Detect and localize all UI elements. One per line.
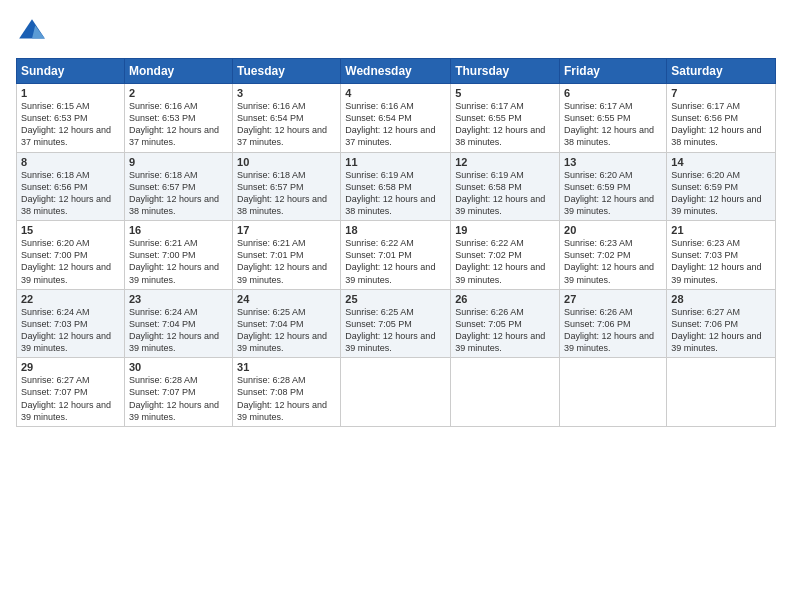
day-number: 5 xyxy=(455,87,555,99)
cell-text: Sunrise: 6:18 AMSunset: 6:57 PMDaylight:… xyxy=(237,170,327,216)
cell-text: Sunrise: 6:17 AMSunset: 6:55 PMDaylight:… xyxy=(564,101,654,147)
calendar-cell: 20Sunrise: 6:23 AMSunset: 7:02 PMDayligh… xyxy=(560,221,667,290)
calendar-cell: 30Sunrise: 6:28 AMSunset: 7:07 PMDayligh… xyxy=(124,358,232,427)
cell-text: Sunrise: 6:16 AMSunset: 6:54 PMDaylight:… xyxy=(237,101,327,147)
calendar-day-header: Sunday xyxy=(17,59,125,84)
cell-text: Sunrise: 6:16 AMSunset: 6:54 PMDaylight:… xyxy=(345,101,435,147)
day-number: 9 xyxy=(129,156,228,168)
calendar-cell: 15Sunrise: 6:20 AMSunset: 7:00 PMDayligh… xyxy=(17,221,125,290)
cell-text: Sunrise: 6:19 AMSunset: 6:58 PMDaylight:… xyxy=(455,170,545,216)
day-number: 19 xyxy=(455,224,555,236)
calendar-cell: 27Sunrise: 6:26 AMSunset: 7:06 PMDayligh… xyxy=(560,289,667,358)
day-number: 30 xyxy=(129,361,228,373)
page: SundayMondayTuesdayWednesdayThursdayFrid… xyxy=(0,0,792,612)
calendar-day-header: Friday xyxy=(560,59,667,84)
header xyxy=(16,16,776,48)
cell-text: Sunrise: 6:28 AMSunset: 7:07 PMDaylight:… xyxy=(129,375,219,421)
calendar-cell xyxy=(667,358,776,427)
cell-text: Sunrise: 6:25 AMSunset: 7:04 PMDaylight:… xyxy=(237,307,327,353)
calendar-cell: 14Sunrise: 6:20 AMSunset: 6:59 PMDayligh… xyxy=(667,152,776,221)
day-number: 23 xyxy=(129,293,228,305)
day-number: 27 xyxy=(564,293,662,305)
cell-text: Sunrise: 6:24 AMSunset: 7:03 PMDaylight:… xyxy=(21,307,111,353)
cell-text: Sunrise: 6:22 AMSunset: 7:01 PMDaylight:… xyxy=(345,238,435,284)
calendar-week-row: 22Sunrise: 6:24 AMSunset: 7:03 PMDayligh… xyxy=(17,289,776,358)
calendar-cell xyxy=(560,358,667,427)
day-number: 31 xyxy=(237,361,336,373)
calendar-cell: 29Sunrise: 6:27 AMSunset: 7:07 PMDayligh… xyxy=(17,358,125,427)
calendar-cell xyxy=(341,358,451,427)
calendar-cell: 11Sunrise: 6:19 AMSunset: 6:58 PMDayligh… xyxy=(341,152,451,221)
calendar-day-header: Monday xyxy=(124,59,232,84)
calendar-cell: 19Sunrise: 6:22 AMSunset: 7:02 PMDayligh… xyxy=(451,221,560,290)
cell-text: Sunrise: 6:26 AMSunset: 7:06 PMDaylight:… xyxy=(564,307,654,353)
calendar-cell: 13Sunrise: 6:20 AMSunset: 6:59 PMDayligh… xyxy=(560,152,667,221)
day-number: 25 xyxy=(345,293,446,305)
cell-text: Sunrise: 6:17 AMSunset: 6:55 PMDaylight:… xyxy=(455,101,545,147)
day-number: 6 xyxy=(564,87,662,99)
calendar-cell: 28Sunrise: 6:27 AMSunset: 7:06 PMDayligh… xyxy=(667,289,776,358)
day-number: 8 xyxy=(21,156,120,168)
day-number: 28 xyxy=(671,293,771,305)
day-number: 26 xyxy=(455,293,555,305)
day-number: 1 xyxy=(21,87,120,99)
cell-text: Sunrise: 6:27 AMSunset: 7:06 PMDaylight:… xyxy=(671,307,761,353)
calendar-cell: 10Sunrise: 6:18 AMSunset: 6:57 PMDayligh… xyxy=(233,152,341,221)
calendar-cell: 18Sunrise: 6:22 AMSunset: 7:01 PMDayligh… xyxy=(341,221,451,290)
cell-text: Sunrise: 6:21 AMSunset: 7:01 PMDaylight:… xyxy=(237,238,327,284)
cell-text: Sunrise: 6:17 AMSunset: 6:56 PMDaylight:… xyxy=(671,101,761,147)
day-number: 4 xyxy=(345,87,446,99)
cell-text: Sunrise: 6:18 AMSunset: 6:57 PMDaylight:… xyxy=(129,170,219,216)
calendar-cell: 4Sunrise: 6:16 AMSunset: 6:54 PMDaylight… xyxy=(341,84,451,153)
calendar-day-header: Wednesday xyxy=(341,59,451,84)
calendar-cell: 24Sunrise: 6:25 AMSunset: 7:04 PMDayligh… xyxy=(233,289,341,358)
day-number: 10 xyxy=(237,156,336,168)
day-number: 18 xyxy=(345,224,446,236)
cell-text: Sunrise: 6:27 AMSunset: 7:07 PMDaylight:… xyxy=(21,375,111,421)
logo xyxy=(16,16,52,48)
calendar-week-row: 29Sunrise: 6:27 AMSunset: 7:07 PMDayligh… xyxy=(17,358,776,427)
cell-text: Sunrise: 6:20 AMSunset: 7:00 PMDaylight:… xyxy=(21,238,111,284)
day-number: 3 xyxy=(237,87,336,99)
day-number: 11 xyxy=(345,156,446,168)
calendar-cell: 1Sunrise: 6:15 AMSunset: 6:53 PMDaylight… xyxy=(17,84,125,153)
calendar-week-row: 1Sunrise: 6:15 AMSunset: 6:53 PMDaylight… xyxy=(17,84,776,153)
cell-text: Sunrise: 6:15 AMSunset: 6:53 PMDaylight:… xyxy=(21,101,111,147)
day-number: 12 xyxy=(455,156,555,168)
calendar-cell: 12Sunrise: 6:19 AMSunset: 6:58 PMDayligh… xyxy=(451,152,560,221)
cell-text: Sunrise: 6:23 AMSunset: 7:02 PMDaylight:… xyxy=(564,238,654,284)
calendar-cell xyxy=(451,358,560,427)
cell-text: Sunrise: 6:19 AMSunset: 6:58 PMDaylight:… xyxy=(345,170,435,216)
cell-text: Sunrise: 6:22 AMSunset: 7:02 PMDaylight:… xyxy=(455,238,545,284)
calendar-day-header: Thursday xyxy=(451,59,560,84)
cell-text: Sunrise: 6:23 AMSunset: 7:03 PMDaylight:… xyxy=(671,238,761,284)
calendar-cell: 31Sunrise: 6:28 AMSunset: 7:08 PMDayligh… xyxy=(233,358,341,427)
calendar-cell: 2Sunrise: 6:16 AMSunset: 6:53 PMDaylight… xyxy=(124,84,232,153)
calendar-cell: 25Sunrise: 6:25 AMSunset: 7:05 PMDayligh… xyxy=(341,289,451,358)
day-number: 7 xyxy=(671,87,771,99)
calendar-week-row: 8Sunrise: 6:18 AMSunset: 6:56 PMDaylight… xyxy=(17,152,776,221)
calendar-cell: 5Sunrise: 6:17 AMSunset: 6:55 PMDaylight… xyxy=(451,84,560,153)
cell-text: Sunrise: 6:20 AMSunset: 6:59 PMDaylight:… xyxy=(564,170,654,216)
cell-text: Sunrise: 6:20 AMSunset: 6:59 PMDaylight:… xyxy=(671,170,761,216)
calendar-cell: 16Sunrise: 6:21 AMSunset: 7:00 PMDayligh… xyxy=(124,221,232,290)
day-number: 17 xyxy=(237,224,336,236)
day-number: 29 xyxy=(21,361,120,373)
day-number: 21 xyxy=(671,224,771,236)
calendar-cell: 23Sunrise: 6:24 AMSunset: 7:04 PMDayligh… xyxy=(124,289,232,358)
calendar-cell: 26Sunrise: 6:26 AMSunset: 7:05 PMDayligh… xyxy=(451,289,560,358)
calendar-cell: 21Sunrise: 6:23 AMSunset: 7:03 PMDayligh… xyxy=(667,221,776,290)
day-number: 24 xyxy=(237,293,336,305)
calendar-cell: 17Sunrise: 6:21 AMSunset: 7:01 PMDayligh… xyxy=(233,221,341,290)
calendar-cell: 7Sunrise: 6:17 AMSunset: 6:56 PMDaylight… xyxy=(667,84,776,153)
calendar-header-row: SundayMondayTuesdayWednesdayThursdayFrid… xyxy=(17,59,776,84)
cell-text: Sunrise: 6:28 AMSunset: 7:08 PMDaylight:… xyxy=(237,375,327,421)
logo-icon xyxy=(16,16,48,48)
calendar-day-header: Tuesday xyxy=(233,59,341,84)
day-number: 14 xyxy=(671,156,771,168)
calendar-cell: 6Sunrise: 6:17 AMSunset: 6:55 PMDaylight… xyxy=(560,84,667,153)
day-number: 16 xyxy=(129,224,228,236)
calendar-cell: 8Sunrise: 6:18 AMSunset: 6:56 PMDaylight… xyxy=(17,152,125,221)
cell-text: Sunrise: 6:21 AMSunset: 7:00 PMDaylight:… xyxy=(129,238,219,284)
cell-text: Sunrise: 6:25 AMSunset: 7:05 PMDaylight:… xyxy=(345,307,435,353)
